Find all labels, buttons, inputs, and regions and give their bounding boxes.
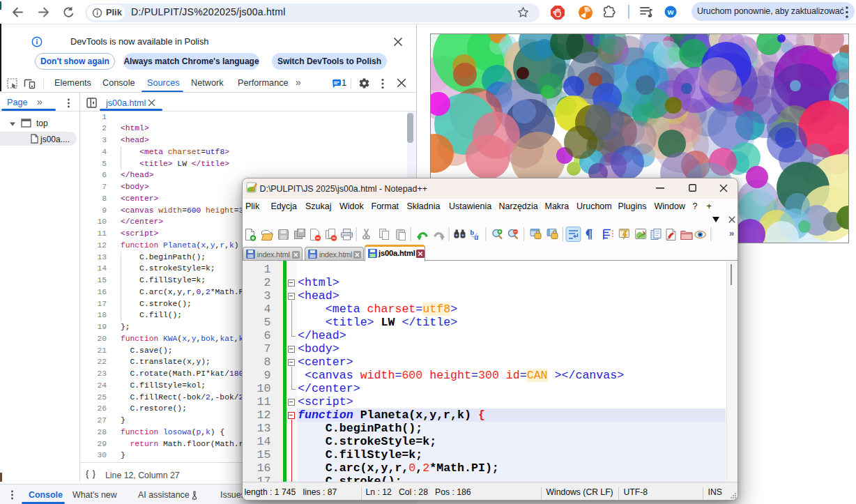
svg-text:»: »	[729, 228, 734, 238]
svg-text:W: W	[668, 8, 674, 16]
svg-text:a: a	[474, 232, 478, 242]
